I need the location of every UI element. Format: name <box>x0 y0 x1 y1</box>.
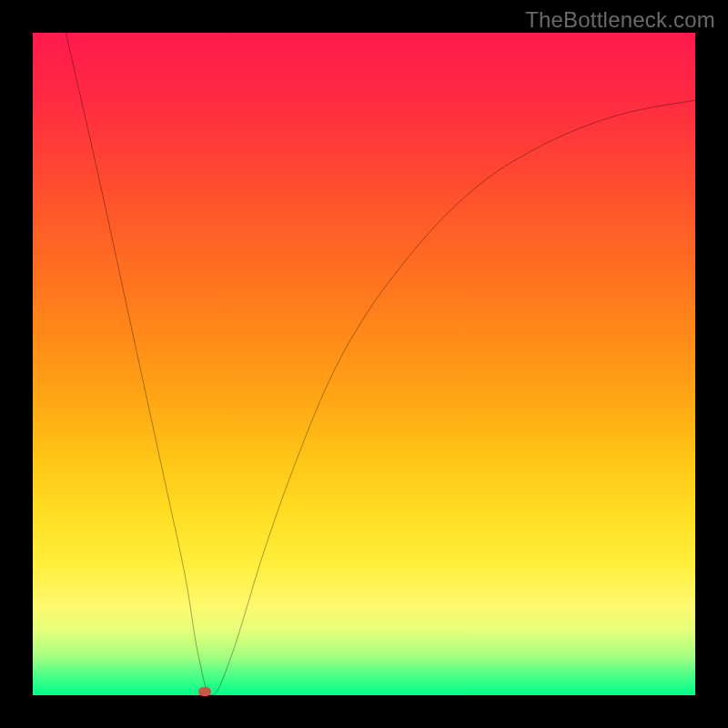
bottleneck-curve <box>33 33 695 695</box>
chart-frame: TheBottleneck.com <box>0 0 728 728</box>
watermark-text: TheBottleneck.com <box>525 7 715 33</box>
plot-area <box>33 33 695 695</box>
min-point-marker <box>198 687 211 696</box>
